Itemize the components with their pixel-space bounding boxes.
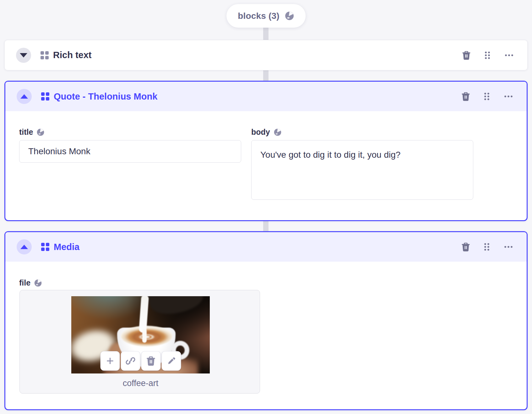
chevron-up-icon — [20, 94, 28, 99]
block-rich-text-header[interactable]: Rich text — [5, 40, 527, 70]
delete-block-button[interactable] — [460, 241, 471, 253]
expand-toggle-button[interactable] — [16, 48, 31, 63]
photo-latte-art — [121, 326, 172, 346]
collapse-toggle-button[interactable] — [17, 89, 32, 104]
dynamic-zone-editor: blocks (3) Rich text — [0, 0, 532, 414]
title-input[interactable] — [19, 140, 241, 163]
more-options-button[interactable] — [502, 241, 515, 253]
delete-block-button[interactable] — [461, 49, 472, 61]
field-label-text: title — [19, 128, 33, 137]
chevron-down-icon — [20, 53, 27, 57]
drag-dots-icon — [483, 242, 491, 251]
globe-icon — [36, 128, 45, 136]
edit-media-button[interactable] — [161, 351, 181, 371]
trash-icon — [146, 356, 155, 366]
trash-icon — [461, 242, 470, 252]
block-title: Media — [54, 242, 79, 252]
media-action-toolbar — [100, 351, 181, 371]
photo-milk-drip — [142, 329, 147, 343]
media-file-card: coffee-art — [19, 290, 260, 394]
block-title: Quote - Thelonius Monk — [54, 91, 157, 102]
block-actions — [460, 82, 515, 111]
block-grid-icon — [41, 242, 50, 251]
trash-icon — [461, 92, 470, 101]
block-connector — [263, 221, 269, 232]
blocks-count-pill: blocks (3) — [226, 4, 306, 28]
block-grid-icon — [41, 92, 50, 101]
delete-media-button[interactable] — [141, 351, 160, 371]
block-rich-text: Rich text — [4, 40, 528, 70]
add-media-button[interactable] — [100, 351, 120, 371]
copy-link-button[interactable] — [121, 351, 140, 371]
pencil-icon — [166, 356, 176, 366]
field-label-text: body — [251, 128, 270, 137]
media-filename: coffee-art — [71, 379, 210, 388]
block-quote-header[interactable]: Quote - Thelonius Monk — [5, 82, 527, 111]
plus-icon — [105, 356, 115, 366]
media-thumbnail — [71, 296, 210, 373]
collapse-toggle-button[interactable] — [17, 239, 32, 254]
block-media: Media — [4, 231, 528, 410]
field-label-text: file — [19, 278, 30, 287]
drag-dots-icon — [483, 92, 491, 101]
block-actions — [461, 40, 515, 70]
field-label-file: file — [19, 278, 42, 287]
chevron-up-icon — [20, 245, 28, 249]
drag-dots-icon — [484, 51, 491, 60]
drag-handle[interactable] — [482, 50, 492, 61]
drag-handle[interactable] — [482, 241, 492, 253]
block-title: Rich text — [53, 50, 91, 60]
ellipsis-icon — [503, 92, 513, 101]
delete-block-button[interactable] — [460, 90, 471, 102]
trash-icon — [462, 51, 471, 60]
block-grid-icon — [40, 51, 49, 60]
more-options-button[interactable] — [502, 91, 515, 102]
block-media-header[interactable]: Media — [5, 232, 527, 262]
blocks-count-label: blocks (3) — [238, 11, 280, 21]
block-connector — [263, 70, 269, 81]
body-textarea[interactable]: You've got to dig it to dig it, you dig? — [251, 140, 473, 200]
ellipsis-icon — [504, 51, 514, 60]
globe-icon — [285, 11, 294, 21]
block-quote: Quote - Thelonius Monk — [4, 81, 528, 221]
field-label-body: body — [251, 128, 282, 137]
block-actions — [460, 232, 515, 262]
drag-handle[interactable] — [482, 91, 492, 102]
ellipsis-icon — [503, 242, 513, 251]
globe-icon — [34, 279, 42, 287]
link-icon — [125, 356, 135, 366]
more-options-button[interactable] — [503, 50, 515, 61]
field-label-title: title — [19, 128, 45, 137]
globe-icon — [274, 128, 282, 136]
